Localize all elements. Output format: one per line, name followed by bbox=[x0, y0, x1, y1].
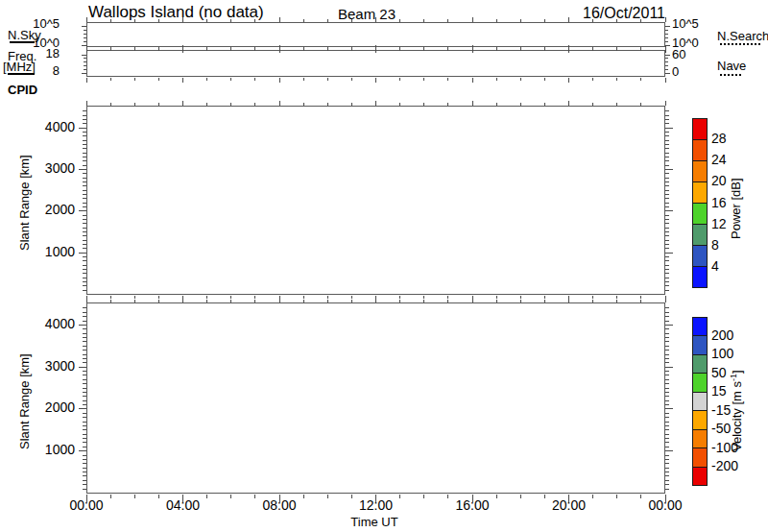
power-colorbar-segment bbox=[693, 181, 707, 203]
tick-mark bbox=[665, 316, 669, 317]
tick-mark bbox=[158, 78, 159, 81]
tick-mark bbox=[375, 45, 376, 50]
colorbar-tick-label: -15 bbox=[711, 403, 731, 418]
tick-mark bbox=[83, 165, 86, 166]
tick-mark bbox=[375, 78, 376, 83]
tick-mark bbox=[665, 215, 669, 216]
tick-mark bbox=[665, 472, 669, 472]
tick-mark bbox=[83, 228, 86, 229]
tick-mark bbox=[665, 434, 669, 435]
tick-mark bbox=[665, 194, 669, 195]
tick-mark bbox=[83, 160, 86, 161]
tick-mark bbox=[616, 103, 617, 106]
tick-mark bbox=[230, 78, 231, 81]
tick-mark bbox=[82, 45, 86, 46]
tick-mark bbox=[83, 223, 86, 224]
tick-mark bbox=[83, 115, 86, 116]
tick-mark bbox=[83, 278, 86, 278]
tick-mark bbox=[79, 210, 86, 211]
tick-mark bbox=[134, 103, 135, 106]
tick-mark bbox=[110, 300, 111, 302]
tick-mark bbox=[83, 388, 86, 389]
tick-mark bbox=[83, 123, 86, 124]
x-tick-label: 00:00 bbox=[58, 498, 115, 513]
tick-mark bbox=[592, 103, 593, 106]
tick-mark bbox=[86, 78, 87, 83]
tick-mark bbox=[665, 206, 669, 207]
tick-mark bbox=[182, 45, 183, 50]
tick-mark bbox=[83, 417, 86, 418]
tick-mark bbox=[83, 463, 86, 464]
tick-mark bbox=[665, 101, 666, 106]
tick-mark bbox=[84, 61, 86, 62]
tick-mark bbox=[665, 58, 668, 59]
tick-mark bbox=[83, 206, 86, 207]
tick-mark bbox=[83, 307, 86, 308]
velocity-colorbar-label-close: ] bbox=[730, 370, 744, 374]
tick-mark bbox=[447, 296, 448, 299]
tick-mark bbox=[83, 341, 86, 342]
tick-mark bbox=[230, 495, 231, 498]
colorbar-tick-label: 15 bbox=[711, 384, 727, 399]
tick-mark bbox=[83, 333, 86, 334]
date-label: 16/Oct/2011 bbox=[538, 5, 665, 22]
colorbar-tick-label: 20 bbox=[711, 174, 727, 188]
tick-mark bbox=[83, 489, 86, 490]
tick-mark bbox=[327, 103, 328, 106]
tick-mark bbox=[568, 45, 569, 50]
tick-mark bbox=[182, 17, 183, 22]
tick-mark bbox=[279, 17, 280, 22]
x-axis-title: Time UT bbox=[326, 516, 422, 529]
velocity-colorbar-segment bbox=[693, 429, 707, 447]
tick-mark bbox=[472, 298, 473, 302]
tick-mark bbox=[327, 78, 328, 81]
velocity-colorbar-segment bbox=[693, 373, 707, 391]
tick-mark bbox=[665, 388, 669, 389]
tick-mark bbox=[83, 198, 86, 199]
tick-mark bbox=[303, 78, 304, 81]
tick-mark bbox=[110, 78, 111, 81]
tick-mark bbox=[665, 253, 673, 254]
tick-mark bbox=[230, 300, 231, 302]
tick-mark bbox=[665, 190, 669, 191]
tick-mark bbox=[592, 300, 593, 302]
tick-mark bbox=[423, 19, 424, 22]
tick-mark bbox=[254, 296, 255, 299]
tick-mark bbox=[327, 495, 328, 498]
tick-mark bbox=[423, 296, 424, 299]
tick-mark bbox=[665, 450, 673, 451]
tick-mark bbox=[665, 219, 669, 220]
tick-mark bbox=[83, 148, 86, 149]
tick-mark bbox=[568, 298, 569, 302]
tick-mark bbox=[206, 78, 207, 81]
tick-mark bbox=[665, 480, 669, 481]
tick-mark bbox=[399, 296, 400, 299]
tick-mark bbox=[665, 269, 669, 270]
tick-mark bbox=[665, 341, 669, 342]
tick-mark bbox=[83, 190, 86, 191]
small-panel-tick-label: 18 bbox=[19, 47, 60, 60]
tick-mark bbox=[83, 173, 86, 174]
tick-mark bbox=[665, 140, 669, 141]
tick-mark bbox=[83, 328, 86, 329]
tick-mark bbox=[640, 78, 641, 81]
tick-mark bbox=[665, 69, 668, 70]
velocity-colorbar-label-sup: -1 bbox=[729, 374, 738, 381]
tick-mark bbox=[83, 181, 86, 182]
tick-mark bbox=[665, 73, 670, 74]
tick-mark bbox=[423, 103, 424, 106]
tick-mark bbox=[592, 19, 593, 22]
tick-mark bbox=[665, 165, 669, 166]
tick-mark bbox=[665, 235, 669, 236]
tick-mark bbox=[134, 296, 135, 299]
colorbar-tick-label: 8 bbox=[711, 238, 719, 253]
tick-mark bbox=[665, 459, 669, 460]
tick-mark bbox=[665, 278, 669, 278]
tick-mark bbox=[447, 47, 448, 50]
tick-mark bbox=[665, 422, 669, 423]
tick-mark bbox=[303, 19, 304, 22]
frequency-panel bbox=[86, 50, 665, 77]
tick-mark bbox=[520, 300, 521, 302]
tick-mark bbox=[544, 19, 545, 22]
tick-mark bbox=[79, 450, 86, 451]
